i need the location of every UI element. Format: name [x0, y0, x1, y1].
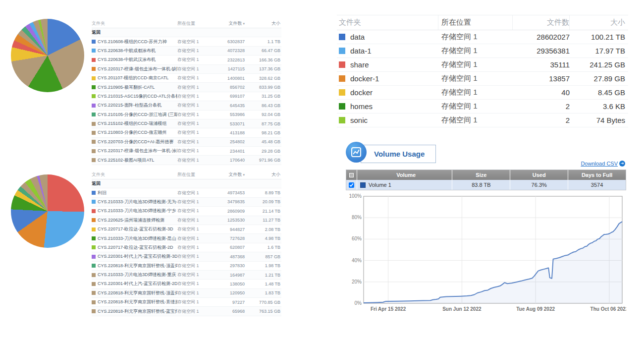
- table-row[interactable]: CYS.220301-时代上汽-蓝宝石切检测-3D存储空间 1487368857…: [92, 252, 281, 261]
- folder-color-swatch: [92, 291, 96, 295]
- table-row[interactable]: data存储空间 128602027100.21 TB: [337, 30, 628, 44]
- table-row[interactable]: CYS.220215-面阵-柱型晶分条机存储空间 164543586.43 GB: [92, 101, 281, 110]
- col-location[interactable]: 所在位置: [177, 171, 213, 178]
- folder-name-cell: CYS.220638-中航武汉涂布机: [92, 57, 177, 63]
- folder-name: docker: [350, 88, 373, 97]
- folder-color-swatch: [92, 67, 96, 71]
- table-row[interactable]: CYS.220818-利元亨南京国轩整线-顶盖焊-3D存储空间 12978301…: [92, 262, 281, 271]
- folder-name-cell: docker-1: [337, 74, 438, 83]
- folder-color-swatch: [92, 191, 96, 195]
- table-row[interactable]: CYS.210333-刀片电池3D焊缝检测-昆山存储空间 17276284.98…: [92, 234, 281, 243]
- table-row[interactable]: CYS.220703-分像的CCD+AI-惠州德赛存储空间 125480245.…: [92, 138, 281, 147]
- folder-name-cell: CYS.220317-楔康-烟包盒涂布一体机-涂胶: [92, 148, 177, 154]
- table-row[interactable]: docker存储空间 1408.45 GB: [337, 86, 628, 100]
- back-row[interactable]: 返回: [92, 179, 281, 188]
- select-all-checkbox[interactable]: [346, 170, 357, 180]
- col-size[interactable]: 大小: [570, 15, 628, 30]
- back-label: 返回: [92, 180, 281, 187]
- folder-color-swatch: [92, 94, 96, 98]
- table-row[interactable]: CYS.225102-极图AI项目ATL存储空间 1170640971.96 G…: [92, 156, 281, 165]
- folder-color-swatch: [92, 131, 96, 135]
- col-location[interactable]: 所在位置: [438, 15, 513, 30]
- folder-location: 存储空间 1: [177, 281, 213, 287]
- volume-table-row[interactable]: Volume 1 83.8 TB 76.3% 3574: [346, 180, 626, 190]
- x-tick-label: Thu Oct 06 2022: [590, 306, 626, 312]
- folder-name: CYS.220625-温州瑞浦连接焊检测: [98, 217, 164, 224]
- col-size[interactable]: Size: [452, 170, 510, 180]
- col-days-to-full[interactable]: Days to Full: [568, 170, 626, 180]
- table-row[interactable]: CYS.210905-极耳翻折-CATL存储空间 1856702833.99 G…: [92, 83, 281, 92]
- folder-size: 98.21 GB: [245, 130, 281, 135]
- col-files[interactable]: 文件数▾: [213, 20, 245, 27]
- table-row[interactable]: CYS.220301-时代上汽-蓝宝石切检测-2D存储空间 11380501.4…: [92, 280, 281, 288]
- table-row[interactable]: CYS.220317-楔康-烟包盒涂布一体机-涂胶存储空间 123440129.…: [92, 147, 281, 156]
- table-row[interactable]: homes存储空间 123.6 KB: [337, 100, 628, 113]
- folder-file-count: 699107: [213, 94, 245, 99]
- folder-color-swatch: [92, 58, 96, 62]
- checkbox-icon: [349, 173, 354, 177]
- table-row[interactable]: sonic存储空间 1274 Bytes: [337, 113, 628, 127]
- table-row[interactable]: CYS.220638-中航成都涂布机存储空间 1407232866.47 GB: [92, 47, 281, 56]
- folder-name: CYS.220818-利元亨南京国轩整线-蓝宝灯: [98, 308, 177, 315]
- table-row[interactable]: CYS.210803-分像的CCD-微宏赣州存储空间 141318898.21 …: [92, 128, 281, 137]
- folder-name-cell: data: [337, 33, 438, 41]
- folder-file-count: 234401: [213, 149, 245, 154]
- col-folder[interactable]: 文件夹: [92, 171, 177, 178]
- folder-name: data: [350, 33, 365, 41]
- table-row[interactable]: CYS.220625-温州瑞浦连接焊检测存储空间 1125353011.27 T…: [92, 216, 281, 225]
- table-row[interactable]: CYS.210333-刀片电池3D焊缝检测-无为-2期存储空间 13479835…: [92, 198, 281, 207]
- table-row[interactable]: share存储空间 135111241.25 GB: [337, 58, 628, 72]
- folder-size: 1.6 TB: [245, 245, 281, 250]
- folder-color-swatch: [92, 49, 96, 53]
- table-row[interactable]: 利旧存储空间 149734538.89 TB: [92, 188, 281, 197]
- col-size[interactable]: 大小: [245, 20, 281, 27]
- folder-name: CYS.220703-分像的CCD+AI-惠州德赛: [98, 139, 173, 145]
- table-row[interactable]: CYS.215102-模组的CCD-瑞浦模组存储空间 153307187.75 …: [92, 119, 281, 128]
- table-row[interactable]: docker-1存储空间 11385727.89 GB: [337, 72, 628, 86]
- col-location[interactable]: 所在位置: [177, 20, 213, 27]
- download-csv-label[interactable]: Download CSV: [581, 161, 618, 167]
- table-row[interactable]: CYS.220638-中航武汉涂布机存储空间 12322813166.36 GB: [92, 56, 281, 64]
- table-row[interactable]: CYS.210333-刀片电池3D焊缝检测-重庆存储空间 11649871.21…: [92, 271, 281, 280]
- folder-file-count: 2322813: [213, 57, 245, 62]
- col-folder[interactable]: 文件夹: [92, 20, 177, 27]
- col-folder[interactable]: 文件夹: [337, 15, 438, 30]
- volume-table: Volume Size Used Days to Full Volume 1 8…: [346, 170, 626, 190]
- table-row[interactable]: CYS.210105-分像的CCD-浙江地调 (三期)存储空间 15539869…: [92, 111, 281, 119]
- table-row[interactable]: CYS.220717-欧拉达-蓝宝石切检测-2D存储空间 16208071.6 …: [92, 243, 281, 252]
- col-volume[interactable]: Volume: [357, 170, 452, 180]
- col-files[interactable]: 文件数: [513, 15, 570, 30]
- table-row[interactable]: CYS.220818-利元亨南京国轩整线-直缝激光焊接-...存储空间 1972…: [92, 298, 281, 307]
- folder-file-count: 170640: [213, 158, 245, 163]
- col-files[interactable]: 文件数▾: [213, 171, 245, 178]
- folder-name-cell: CYS.225102-极图AI项目ATL: [92, 157, 177, 164]
- table-row[interactable]: CYS.220717-欧拉达-蓝宝石切检测-3D存储空间 19448272.08…: [92, 225, 281, 234]
- col-used[interactable]: Used: [510, 170, 568, 180]
- folder-color-swatch: [92, 264, 96, 268]
- table-row[interactable]: CYS.201107-模组的CCD-南京CATL存储空间 11400801328…: [92, 74, 281, 83]
- col-size[interactable]: 大小: [245, 171, 281, 178]
- back-row[interactable]: 返回: [92, 28, 281, 37]
- table-row[interactable]: CYS.210333-刀片电池3D焊缝检测-宁乡存储空间 1286090921.…: [92, 207, 281, 216]
- folder-name: CYS.225102-极图AI项目ATL: [98, 157, 154, 164]
- table-row[interactable]: CYS.220818-利元亨南京国轩整线-顶盖焊-2D存储空间 11209501…: [92, 289, 281, 298]
- table-row[interactable]: data-1存储空间 12935638117.97 TB: [337, 44, 628, 58]
- volume-usage-title: Volume Usage: [361, 145, 436, 163]
- download-icon[interactable]: ➜: [619, 161, 625, 167]
- folder-color-swatch: [339, 103, 345, 110]
- table-row[interactable]: CYS.210315-ASC15像的CCD-ATL分条机存储空间 1699107…: [92, 92, 281, 101]
- folder-size: 1.98 TB: [245, 263, 281, 268]
- folder-pie-chart-bottom[interactable]: [11, 174, 84, 248]
- folder-file-count: 856702: [213, 85, 245, 90]
- table-row[interactable]: CYS.210608-模组的CCD-苏州力神存储空间 163028371.1 T…: [92, 37, 281, 46]
- folder-pie-chart-top[interactable]: [11, 19, 84, 92]
- folder-size: 66.47 GB: [245, 48, 281, 53]
- folder-name: CYS.220818-利元亨南京国轩整线-直缝激光焊接-...: [98, 299, 177, 305]
- volume-row-checkbox[interactable]: [349, 182, 354, 188]
- folder-name-cell: CYS.210315-ASC15像的CCD-ATL分条机: [92, 93, 177, 100]
- usage-line-chart[interactable]: 0%20%40%60%80%100%Fri Apr 15 2022Sun Jun…: [346, 192, 626, 320]
- download-csv-link[interactable]: Download CSV ➜: [581, 161, 625, 167]
- folder-file-count: 553986: [213, 112, 245, 117]
- table-row[interactable]: CYS.220317-楔康-烟包盒涂布一体机-缺陷检测存储空间 11427115…: [92, 65, 281, 74]
- table-row[interactable]: CYS.220818-利元亨南京国轩整线-蓝宝灯存储空间 165968763.1…: [92, 307, 281, 316]
